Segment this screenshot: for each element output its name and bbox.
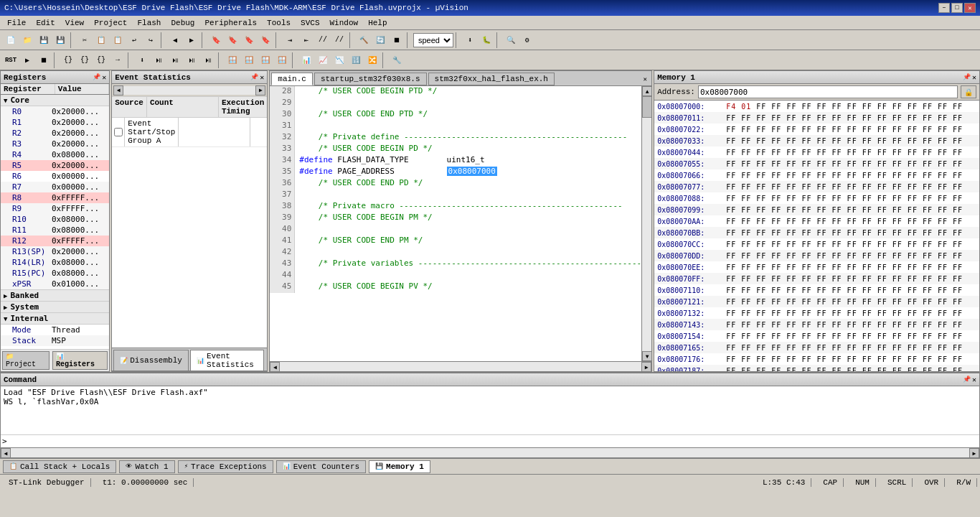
scroll-left-btn[interactable]: ◀: [113, 85, 123, 96]
menu-view[interactable]: View: [61, 18, 88, 28]
perf-btn3[interactable]: 📉: [331, 52, 347, 68]
build-btn[interactable]: 🔨: [356, 32, 372, 48]
debug-btn[interactable]: 🐛: [479, 32, 494, 48]
menu-debug[interactable]: Debug: [166, 18, 199, 28]
tab-startup[interactable]: startup_stm32f030x8.s: [314, 73, 427, 85]
tab-close-btn[interactable]: ✕: [640, 74, 650, 84]
es-checkbox-input[interactable]: [114, 128, 123, 136]
event-stats-close-icon[interactable]: ✕: [260, 73, 264, 82]
command-input[interactable]: [10, 437, 978, 446]
event-stats-tab[interactable]: 📊 Event Statistics: [190, 350, 264, 371]
memory-close-icon[interactable]: ✕: [972, 73, 976, 82]
tab-hal-flash[interactable]: stm32f0xx_hal_flash_ex.h: [428, 73, 555, 85]
bookmark2-btn[interactable]: 🔖: [225, 32, 240, 48]
menu-file[interactable]: File: [3, 18, 30, 28]
scroll-down-btn[interactable]: ▼: [642, 351, 651, 361]
window-btn2[interactable]: 🪟: [241, 52, 257, 68]
nav-back-btn[interactable]: ◀: [167, 32, 183, 48]
menu-flash[interactable]: Flash: [133, 18, 165, 28]
bookmark3-btn[interactable]: 🔖: [241, 32, 257, 48]
debug-cmd2[interactable]: ⏯: [167, 52, 183, 68]
nav-forward-btn[interactable]: ▶: [184, 32, 199, 48]
rebuild-btn[interactable]: 🔄: [372, 32, 388, 48]
scroll-right-btn[interactable]: ▶: [255, 85, 265, 96]
stop-build-btn[interactable]: ⏹: [389, 32, 405, 48]
bookmark4-btn[interactable]: 🔖: [258, 32, 273, 48]
save-all-btn[interactable]: 💾: [52, 32, 68, 48]
menu-edit[interactable]: Edit: [32, 18, 59, 28]
btab-call-stack[interactable]: 📋 Call Stack + Locals: [3, 460, 116, 473]
indent-btn[interactable]: ⇥: [282, 32, 298, 48]
event-stats-pin-icon[interactable]: 📌: [250, 73, 258, 82]
step-out-btn[interactable]: {}: [93, 52, 109, 68]
menu-project[interactable]: Project: [90, 18, 131, 28]
perf-btn2[interactable]: 📈: [315, 52, 331, 68]
window-btn4[interactable]: 🪟: [274, 52, 290, 68]
banked-group[interactable]: ▶ Banked: [1, 289, 109, 302]
memory-lock-btn[interactable]: 🔒: [961, 85, 976, 98]
extra-tools-btn[interactable]: 🔧: [389, 52, 405, 68]
download-btn[interactable]: ⬇: [462, 32, 478, 48]
perf-analyzer-btn[interactable]: 📊: [298, 52, 314, 68]
menu-peripherals[interactable]: Peripherals: [200, 18, 261, 28]
menu-help[interactable]: Help: [364, 18, 391, 28]
perf-btn5[interactable]: 🔀: [364, 52, 380, 68]
debug-insert-btn[interactable]: ⬇: [134, 52, 150, 68]
registers-close-icon[interactable]: ✕: [102, 73, 106, 82]
undo-btn[interactable]: ↩: [126, 32, 142, 48]
scroll-left-code-btn[interactable]: ◀: [270, 362, 280, 372]
maximize-btn[interactable]: □: [951, 3, 963, 13]
memory-pin-icon[interactable]: 📌: [963, 73, 971, 82]
memory-address-input[interactable]: [698, 85, 958, 98]
cmd-scroll-right[interactable]: ▶: [969, 448, 979, 458]
scroll-up-btn[interactable]: ▲: [642, 86, 651, 96]
btab-event-counters[interactable]: 📊 Event Counters: [276, 460, 366, 473]
settings-btn[interactable]: ⚙: [519, 32, 535, 48]
paste-btn[interactable]: 📋: [110, 32, 126, 48]
registers-pin-icon[interactable]: 📌: [93, 73, 100, 82]
minimize-btn[interactable]: –: [938, 3, 950, 13]
search-btn[interactable]: 🔍: [503, 32, 519, 48]
menu-svcs[interactable]: SVCS: [296, 18, 324, 28]
reset-btn[interactable]: RST: [3, 52, 19, 68]
window-btn1[interactable]: 🪟: [225, 52, 240, 68]
tab-main-c[interactable]: main.c: [271, 73, 313, 85]
btab-watch1[interactable]: 👁 Watch 1: [119, 460, 174, 473]
target-select[interactable]: speed: [413, 33, 453, 47]
internal-group[interactable]: ▼ Internal: [1, 313, 109, 325]
comment-btn[interactable]: //: [315, 32, 331, 48]
system-group[interactable]: ▶ System: [1, 302, 109, 313]
close-btn[interactable]: ✕: [964, 3, 976, 13]
save-btn[interactable]: 💾: [36, 32, 52, 48]
command-pin-icon[interactable]: 📌: [963, 376, 971, 384]
scroll-thumb[interactable]: [642, 96, 651, 118]
disassembly-tab[interactable]: 📝 Disassembly: [113, 350, 189, 371]
step-in-btn[interactable]: {}: [60, 52, 76, 68]
core-group[interactable]: ▼ Core: [1, 95, 109, 106]
cmd-scroll-left[interactable]: ◀: [1, 448, 11, 458]
debug-cmd3[interactable]: ⏯: [184, 52, 199, 68]
scroll-right-code-btn[interactable]: ▶: [641, 362, 651, 372]
stop-btn[interactable]: ⏹: [36, 52, 52, 68]
run-to-cursor-btn[interactable]: →: [110, 52, 126, 68]
code-content[interactable]: 28 /* USER CODE BEGIN PTD */ 29 30 /* US…: [270, 86, 641, 361]
redo-btn[interactable]: ↪: [143, 32, 159, 48]
menu-tools[interactable]: Tools: [263, 18, 295, 28]
outdent-btn[interactable]: ⇤: [298, 32, 314, 48]
debug-cmd1[interactable]: ⏯: [151, 52, 166, 68]
es-checkbox[interactable]: [112, 118, 125, 146]
bookmark1-btn[interactable]: 🔖: [208, 32, 224, 48]
window-btn3[interactable]: 🪟: [258, 52, 273, 68]
btab-trace-exceptions[interactable]: ⚡ Trace Exceptions: [178, 460, 273, 473]
new-btn[interactable]: 📄: [3, 32, 19, 48]
menu-window[interactable]: Window: [326, 18, 363, 28]
open-btn[interactable]: 📁: [19, 32, 35, 48]
run-btn[interactable]: ▶: [19, 52, 35, 68]
step-over-btn[interactable]: {}: [77, 52, 93, 68]
project-tab[interactable]: 📁 Project: [2, 351, 50, 370]
btab-memory1[interactable]: 💾 Memory 1: [369, 460, 430, 473]
registers-tab[interactable]: 📊 Registers: [52, 351, 108, 370]
command-close-icon[interactable]: ✕: [972, 376, 976, 384]
perf-btn4[interactable]: 🔢: [348, 52, 364, 68]
cut-btn[interactable]: ✂: [77, 32, 93, 48]
